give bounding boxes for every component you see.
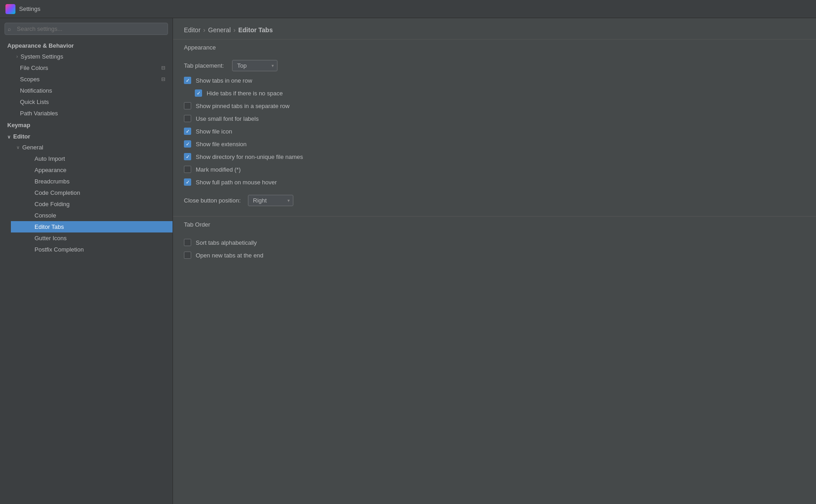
- tab-placement-dropdown[interactable]: Top Bottom Left Right None: [232, 60, 277, 71]
- checkbox-small-font[interactable]: [184, 115, 191, 122]
- sidebar-item-editor-tabs[interactable]: Editor Tabs: [11, 221, 173, 232]
- checkbox-full-path-hover[interactable]: ✓: [184, 178, 191, 186]
- search-box: ⌕: [5, 23, 168, 35]
- sidebar-item-system-settings[interactable]: › System Settings: [5, 51, 173, 62]
- close-button-dropdown[interactable]: Right Left None: [248, 195, 293, 206]
- sidebar-item-code-completion[interactable]: Code Completion: [11, 187, 173, 198]
- label-hide-tabs: Hide tabs if there is no space: [207, 90, 283, 97]
- setting-row-show-file-ext: ✓ Show file extension: [184, 138, 805, 150]
- sidebar-item-label: Code Completion: [35, 189, 80, 196]
- label-open-new-end: Open new tabs at the end: [196, 252, 263, 259]
- sidebar-item-label: Appearance: [35, 167, 66, 173]
- checkbox-show-file-icon[interactable]: ✓: [184, 128, 191, 135]
- settings-appearance-body: Tab placement: Top Bottom Left Right Non…: [173, 55, 816, 209]
- checkmark-icon-2: ✓: [197, 91, 201, 96]
- checkbox-show-pinned[interactable]: [184, 102, 191, 109]
- sidebar-item-file-colors[interactable]: File Colors ⊟: [5, 62, 173, 74]
- breadcrumb-editor-tabs: Editor Tabs: [238, 26, 273, 34]
- sidebar-item-path-variables[interactable]: Path Variables: [5, 108, 173, 119]
- sidebar-item-label: Path Variables: [20, 110, 58, 117]
- checkmark-icon-4: ✓: [186, 142, 190, 147]
- section-header-editor: ∨Editor: [0, 130, 173, 142]
- setting-row-hide-tabs: ✓ Hide tabs if there is no space: [184, 87, 805, 99]
- sidebar-item-label: Gutter Icons: [35, 235, 67, 242]
- section-title-appearance: Appearance: [173, 39, 816, 55]
- label-small-font: Use small font for labels: [196, 115, 259, 122]
- sidebar-item-appearance[interactable]: Appearance: [11, 164, 173, 176]
- sidebar-item-label: Scopes: [20, 76, 40, 83]
- checkbox-sort-alpha[interactable]: [184, 239, 191, 246]
- checkbox-hide-tabs[interactable]: ✓: [195, 89, 202, 97]
- sidebar-item-auto-import[interactable]: Auto Import: [11, 153, 173, 164]
- sidebar-item-quick-lists[interactable]: Quick Lists: [5, 96, 173, 108]
- section-title-tab-order: Tab Order: [173, 216, 816, 232]
- label-mark-modified: Mark modified (*): [196, 166, 241, 173]
- sidebar-item-label: Breadcrumbs: [35, 178, 69, 185]
- sidebar-item-scopes[interactable]: Scopes ⊟: [5, 74, 173, 85]
- sidebar-item-label: General: [22, 144, 43, 151]
- section-header-appearance-behavior: Appearance & Behavior: [0, 40, 173, 51]
- breadcrumb-general: General: [208, 26, 231, 34]
- chevron-down-icon-general: ∨: [16, 145, 20, 150]
- sidebar-item-postfix-completion[interactable]: Postfix Completion: [11, 244, 173, 255]
- label-show-directory: Show directory for non-unique file names: [196, 153, 303, 160]
- sidebar-item-label: System Settings: [20, 53, 63, 60]
- setting-row-sort-alpha: Sort tabs alphabetically: [184, 236, 805, 249]
- setting-row-show-tabs-one-row: ✓ Show tabs in one row: [184, 74, 805, 87]
- grid-icon: ⊟: [161, 65, 165, 71]
- setting-row-mark-modified: Mark modified (*): [184, 163, 805, 176]
- sidebar-scroll[interactable]: Appearance & Behavior › System Settings …: [0, 40, 173, 504]
- checkbox-mark-modified[interactable]: [184, 166, 191, 173]
- label-sort-alpha: Sort tabs alphabetically: [196, 239, 257, 246]
- breadcrumb-editor: Editor: [184, 26, 201, 34]
- sidebar: ⌕ Appearance & Behavior › System Setting…: [0, 18, 173, 504]
- checkbox-show-directory[interactable]: ✓: [184, 153, 191, 160]
- checkmark-icon-6: ✓: [186, 180, 190, 185]
- sidebar-item-gutter-icons[interactable]: Gutter Icons: [11, 232, 173, 244]
- sidebar-item-console[interactable]: Console: [11, 210, 173, 221]
- label-show-file-ext: Show file extension: [196, 141, 247, 148]
- sidebar-item-label: Console: [35, 212, 56, 219]
- breadcrumb: Editor › General › Editor Tabs: [173, 18, 816, 39]
- app-icon: [5, 4, 15, 14]
- checkmark-icon-5: ✓: [186, 154, 190, 159]
- checkbox-show-file-ext[interactable]: ✓: [184, 140, 191, 148]
- appearance-behavior-items: › System Settings File Colors ⊟ Scopes ⊟…: [0, 51, 173, 119]
- setting-row-small-font: Use small font for labels: [184, 112, 805, 125]
- section-header-keymap: Keymap: [0, 119, 173, 130]
- sidebar-item-notifications[interactable]: Notifications: [5, 85, 173, 96]
- sidebar-item-label: Auto Import: [35, 155, 65, 162]
- grid-icon-2: ⊟: [161, 76, 165, 82]
- setting-row-show-directory: ✓ Show directory for non-unique file nam…: [184, 150, 805, 163]
- sidebar-item-breadcrumbs[interactable]: Breadcrumbs: [11, 176, 173, 187]
- breadcrumb-separator-2: ›: [233, 26, 236, 34]
- checkmark-icon-3: ✓: [186, 129, 190, 134]
- checkbox-open-new-end[interactable]: [184, 252, 191, 259]
- chevron-right-icon: ›: [16, 54, 18, 59]
- chevron-down-icon: ∨: [7, 134, 10, 139]
- setting-row-open-new-end: Open new tabs at the end: [184, 249, 805, 262]
- setting-row-show-file-icon: ✓ Show file icon: [184, 125, 805, 138]
- sidebar-nav-wrapper: Appearance & Behavior › System Settings …: [0, 40, 173, 504]
- tab-placement-row: Tab placement: Top Bottom Left Right Non…: [184, 55, 805, 74]
- breadcrumb-separator-1: ›: [203, 26, 206, 34]
- search-input[interactable]: [5, 23, 168, 35]
- sidebar-item-code-folding[interactable]: Code Folding: [11, 198, 173, 210]
- tab-placement-dropdown-wrap: Top Bottom Left Right None ▾: [232, 60, 277, 71]
- general-children: Auto Import Appearance Breadcrumbs Code …: [5, 153, 173, 255]
- tab-placement-label: Tab placement:: [184, 62, 224, 69]
- checkbox-show-tabs-one-row[interactable]: ✓: [184, 77, 191, 84]
- content-area: Editor › General › Editor Tabs Appearanc…: [173, 18, 816, 504]
- sidebar-item-general[interactable]: ∨ General: [5, 142, 173, 153]
- label-show-file-icon: Show file icon: [196, 128, 232, 135]
- sidebar-item-label: Postfix Completion: [35, 246, 84, 253]
- sidebar-item-label: File Colors: [20, 64, 48, 71]
- close-button-dropdown-wrap: Right Left None ▾: [248, 195, 293, 206]
- checkmark-icon: ✓: [186, 78, 190, 83]
- title-bar-text: Settings: [19, 5, 40, 12]
- settings-tab-order-body: Sort tabs alphabetically Open new tabs a…: [173, 236, 816, 262]
- setting-row-show-pinned: Show pinned tabs in a separate row: [184, 99, 805, 112]
- label-full-path-hover: Show full path on mouse hover: [196, 179, 277, 186]
- label-show-pinned: Show pinned tabs in a separate row: [196, 103, 290, 109]
- sidebar-item-label: Code Folding: [35, 201, 69, 208]
